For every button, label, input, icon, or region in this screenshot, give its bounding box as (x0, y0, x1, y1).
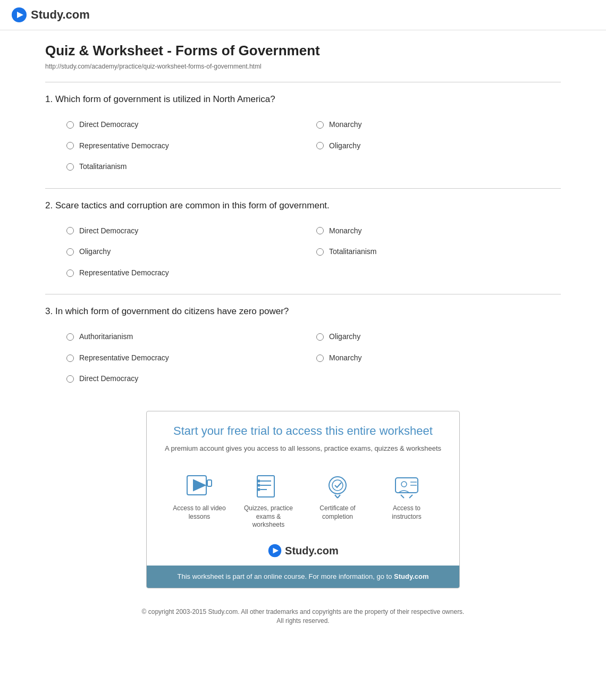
svg-line-21 (409, 495, 413, 498)
option-monarchy-1[interactable]: Monarchy (311, 114, 561, 136)
promo-title: Start your free trial to access this ent… (163, 423, 443, 440)
logo[interactable]: Study.com (11, 6, 595, 23)
radio-oligarchy-1[interactable] (316, 142, 324, 149)
feature-video: Access to all video lessons (173, 474, 226, 529)
main-content: Quiz & Worksheet - Forms of Government h… (35, 30, 571, 646)
option-monarchy-3[interactable]: Monarchy (311, 348, 561, 369)
promo-logo-icon (267, 543, 282, 558)
question-1: 1. Which form of government is utilized … (45, 82, 561, 183)
question-2-options: Direct Democracy Monarchy Oligarchy Tota… (61, 221, 561, 284)
promo-box: Start your free trial to access this ent… (146, 411, 460, 588)
option-oligarchy-2[interactable]: Oligarchy (61, 241, 311, 263)
question-3: 3. In which form of government do citize… (45, 294, 561, 395)
promo-wrapper: Start your free trial to access this ent… (45, 411, 561, 588)
feature-instructor-label: Access to instructors (380, 504, 433, 521)
copyright: © copyright 2003-2015 Study.com. All oth… (45, 599, 561, 636)
radio-monarchy-2[interactable] (316, 227, 324, 234)
option-rep-democracy-2[interactable]: Representative Democracy (61, 263, 311, 284)
option-monarchy-2[interactable]: Monarchy (311, 221, 561, 242)
svg-line-20 (401, 495, 404, 498)
svg-line-15 (338, 495, 340, 498)
logo-text: Study.com (31, 7, 90, 23)
option-authoritarianism-3[interactable]: Authoritarianism (61, 326, 311, 348)
svg-point-11 (258, 488, 260, 491)
option-rep-democracy-3[interactable]: Representative Democracy (61, 348, 311, 369)
radio-totalitarianism-1[interactable] (66, 163, 74, 171)
instructor-icon (392, 474, 422, 500)
radio-direct-democracy-3[interactable] (66, 375, 74, 383)
svg-line-14 (335, 495, 338, 498)
site-header: Study.com (0, 0, 606, 30)
promo-logo: Study.com (147, 538, 459, 566)
promo-footer: This worksheet is part of an online cour… (147, 566, 459, 588)
radio-direct-democracy-1[interactable] (66, 121, 74, 129)
question-1-options: Direct Democracy Monarchy Representative… (61, 114, 561, 178)
video-icon (184, 474, 214, 500)
promo-logo-inner: Study.com (267, 543, 339, 558)
svg-point-13 (332, 480, 343, 491)
feature-certificate-label: Certificate of completion (311, 504, 364, 521)
promo-logo-text: Study.com (285, 543, 339, 558)
promo-subtitle: A premium account gives you access to al… (163, 444, 443, 453)
radio-monarchy-3[interactable] (316, 355, 324, 362)
feature-instructor: Access to instructors (380, 474, 433, 529)
feature-quiz-label: Quizzes, practice exams & worksheets (242, 504, 295, 529)
radio-authoritarianism-3[interactable] (66, 333, 74, 341)
svg-rect-4 (207, 480, 212, 486)
radio-totalitarianism-2[interactable] (316, 248, 324, 256)
radio-rep-democracy-1[interactable] (66, 142, 74, 149)
question-2-text: 2. Scare tactics and corruption are comm… (45, 199, 561, 212)
svg-point-12 (329, 477, 346, 494)
feature-video-label: Access to all video lessons (173, 504, 226, 521)
radio-rep-democracy-3[interactable] (66, 355, 74, 362)
logo-icon (11, 6, 28, 23)
radio-rep-democracy-2[interactable] (66, 269, 74, 277)
option-oligarchy-3[interactable]: Oligarchy (311, 326, 561, 348)
option-totalitarianism-2[interactable]: Totalitarianism (311, 241, 561, 263)
certificate-icon (323, 474, 352, 500)
svg-marker-3 (193, 480, 205, 491)
quiz-icon (254, 474, 283, 500)
radio-monarchy-1[interactable] (316, 121, 324, 129)
promo-top: Start your free trial to access this ent… (147, 411, 459, 463)
option-totalitarianism-1[interactable]: Totalitarianism (61, 156, 311, 178)
svg-point-17 (401, 482, 407, 487)
question-3-options: Authoritarianism Oligarchy Representativ… (61, 326, 561, 390)
question-2: 2. Scare tactics and corruption are comm… (45, 188, 561, 289)
option-oligarchy-1[interactable]: Oligarchy (311, 136, 561, 157)
svg-point-9 (258, 480, 260, 482)
radio-oligarchy-3[interactable] (316, 333, 324, 341)
radio-direct-democracy-2[interactable] (66, 227, 74, 234)
promo-features: Access to all video lessons (147, 463, 459, 538)
option-direct-democracy-3[interactable]: Direct Democracy (61, 368, 311, 390)
page-url: http://study.com/academy/practice/quiz-w… (45, 62, 561, 71)
question-1-text: 1. Which form of government is utilized … (45, 93, 561, 106)
radio-oligarchy-2[interactable] (66, 248, 74, 256)
option-rep-democracy-1[interactable]: Representative Democracy (61, 136, 311, 157)
page-title: Quiz & Worksheet - Forms of Government (45, 41, 561, 60)
svg-point-10 (258, 484, 260, 486)
feature-quiz: Quizzes, practice exams & worksheets (242, 474, 295, 529)
option-direct-democracy-2[interactable]: Direct Democracy (61, 221, 311, 242)
feature-certificate: Certificate of completion (311, 474, 364, 529)
question-3-text: 3. In which form of government do citize… (45, 305, 561, 318)
option-direct-democracy-1[interactable]: Direct Democracy (61, 114, 311, 136)
